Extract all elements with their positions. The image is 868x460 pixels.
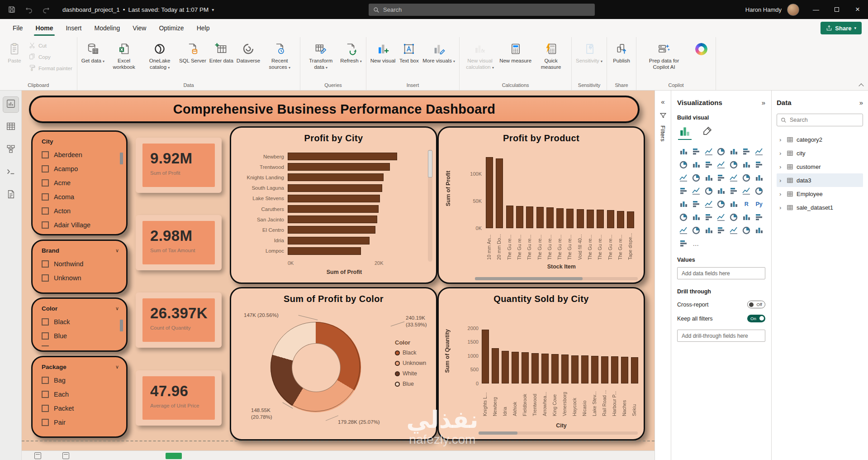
visual-type-icon[interactable] xyxy=(715,158,728,171)
cut-button[interactable]: Cut xyxy=(27,41,74,51)
visual-type-icon[interactable] xyxy=(690,224,702,236)
tab-build-visual[interactable] xyxy=(677,125,693,140)
bar[interactable] xyxy=(627,211,634,228)
menu-item-home[interactable]: Home xyxy=(29,20,60,36)
visual-type-icon[interactable] xyxy=(740,172,753,184)
collapse-visualizations-icon[interactable]: » xyxy=(762,99,765,106)
data-table-sale_dataset1[interactable]: ›sale_dataset1 xyxy=(777,201,863,214)
cross-report-toggle[interactable]: Off xyxy=(747,301,765,308)
data-search-input[interactable]: Search xyxy=(777,114,863,126)
publish-button[interactable]: Publish xyxy=(610,40,633,67)
data-table-Employee[interactable]: ›Employee xyxy=(777,187,863,201)
slicer-color[interactable]: Color∨BlackBlue xyxy=(31,297,128,352)
page-tab-indicator[interactable] xyxy=(166,453,182,459)
bar[interactable] xyxy=(577,209,584,228)
visual-type-icon[interactable] xyxy=(740,211,753,223)
sql-server-button[interactable]: SQL Server xyxy=(178,40,208,67)
checkbox-icon[interactable] xyxy=(42,332,49,340)
bar[interactable] xyxy=(536,207,544,228)
slicer-option[interactable]: Each xyxy=(42,387,126,401)
dashboard-title-banner[interactable]: Comprehensive Business Performance Dashb… xyxy=(29,96,640,123)
bar[interactable] xyxy=(561,355,569,383)
bar[interactable] xyxy=(571,355,579,383)
slicer-option[interactable]: Pair xyxy=(42,415,126,429)
bar[interactable] xyxy=(621,357,628,383)
bar[interactable] xyxy=(591,356,598,383)
checkbox-icon[interactable] xyxy=(42,207,49,215)
table-view[interactable] xyxy=(3,120,19,135)
kpi-card-sum-of-profit[interactable]: 9.92MSum of Profit xyxy=(136,138,222,193)
slicer-option[interactable]: Acme xyxy=(42,176,126,190)
maximize-button[interactable] xyxy=(826,0,847,19)
visual-type-icon[interactable] xyxy=(753,172,765,184)
scrollbar-thumb[interactable] xyxy=(479,431,517,435)
menu-item-optimize[interactable]: Optimize xyxy=(152,20,190,36)
collapse-ribbon-button[interactable] xyxy=(858,82,864,87)
visual-type-icon[interactable] xyxy=(715,211,728,223)
bar[interactable] xyxy=(288,163,390,171)
checkbox-icon[interactable] xyxy=(42,377,49,384)
menu-item-view[interactable]: View xyxy=(126,20,152,36)
menu-item-insert[interactable]: Insert xyxy=(59,20,88,36)
chart-scrollbar[interactable] xyxy=(428,149,432,262)
bar[interactable] xyxy=(502,351,509,383)
menu-item-help[interactable]: Help xyxy=(190,20,216,36)
checkbox-icon[interactable] xyxy=(42,419,49,426)
visual-type-icon[interactable] xyxy=(690,145,702,158)
visual-type-icon[interactable]: Py xyxy=(753,198,765,210)
slicer-option[interactable]: Blue xyxy=(42,329,126,343)
slicer-option[interactable]: Adair Village xyxy=(42,218,126,232)
expand-chevron-icon[interactable]: › xyxy=(779,150,783,157)
slicer-option[interactable]: Black xyxy=(42,315,126,329)
visual-type-icon[interactable] xyxy=(753,158,765,171)
copy-button[interactable]: Copy xyxy=(27,52,74,62)
bar[interactable] xyxy=(581,355,588,383)
checkbox-icon[interactable] xyxy=(42,193,49,201)
bar[interactable] xyxy=(522,352,529,383)
visual-type-icon[interactable] xyxy=(677,224,690,236)
dax-query-view[interactable] xyxy=(3,165,19,180)
slicer-option[interactable]: Acton xyxy=(42,204,126,218)
bar[interactable] xyxy=(601,356,608,383)
bar[interactable] xyxy=(512,352,519,383)
legend-item-unknown[interactable]: Unknown xyxy=(395,360,426,366)
excel-workbook-button[interactable]: Excel workbook xyxy=(106,40,142,72)
paste-button[interactable]: Paste xyxy=(3,40,26,67)
bar[interactable] xyxy=(288,195,380,202)
slicer-option[interactable]: Acampo xyxy=(42,162,126,176)
slicer-option[interactable]: Northwind xyxy=(42,257,126,271)
copilot-button[interactable] xyxy=(689,40,713,58)
expand-filters-icon[interactable]: « xyxy=(661,98,664,105)
bar[interactable] xyxy=(288,237,370,244)
bar[interactable] xyxy=(288,226,375,234)
legend-item-black[interactable]: Black xyxy=(395,350,426,356)
checkbox-icon[interactable] xyxy=(42,318,49,326)
slicer-option[interactable]: Unknown xyxy=(42,271,126,285)
data-table-data3[interactable]: ›data3 xyxy=(777,173,863,187)
recent-sources-button[interactable]: Recent sources ▾ xyxy=(262,40,297,72)
undo-icon[interactable] xyxy=(24,5,33,14)
bar[interactable] xyxy=(288,153,397,160)
slicer-option[interactable]: Bag xyxy=(42,373,126,387)
expand-chevron-icon[interactable]: › xyxy=(779,163,783,170)
visual-type-icon[interactable] xyxy=(740,145,753,158)
visual-type-icon[interactable] xyxy=(753,185,765,197)
text-box-button[interactable]: Text box xyxy=(397,40,421,67)
bar[interactable] xyxy=(631,357,638,383)
checkbox-icon[interactable] xyxy=(42,151,49,158)
chart-scrollbar[interactable] xyxy=(475,277,638,280)
kpi-card-average-of-unit-price[interactable]: 47.96Average of Unit Price xyxy=(136,370,222,426)
visual-type-icon[interactable] xyxy=(690,198,702,210)
visual-type-icon[interactable] xyxy=(715,224,728,236)
slicer-scrollbar[interactable] xyxy=(120,153,123,164)
visual-type-icon[interactable] xyxy=(702,211,715,223)
checkbox-icon[interactable] xyxy=(42,260,49,268)
visual-type-icon[interactable] xyxy=(727,185,740,197)
bar[interactable] xyxy=(556,208,564,228)
document-title[interactable]: dashboard_project_1 • Last saved: Today … xyxy=(62,6,214,13)
visual-type-icon[interactable] xyxy=(677,198,690,210)
bar[interactable] xyxy=(482,330,489,383)
visual-type-icon[interactable] xyxy=(690,172,702,184)
visual-type-icon[interactable] xyxy=(740,224,753,236)
page-icon[interactable] xyxy=(62,452,69,459)
